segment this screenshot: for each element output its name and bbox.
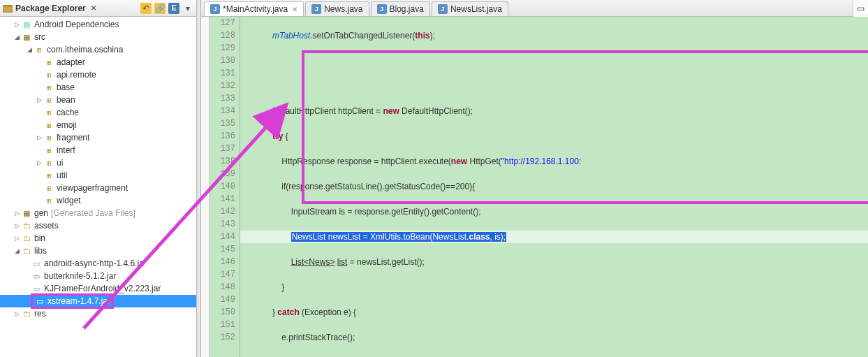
line-number: 129: [209, 42, 240, 54]
focus-icon[interactable]: E: [168, 3, 179, 14]
line-number: 146: [209, 256, 240, 268]
tab-news[interactable]: JNews.java: [305, 1, 369, 16]
link-with-editor-icon[interactable]: 🔗: [154, 3, 165, 14]
panel-toolbar: ↶ 🔗 E ▾: [140, 3, 193, 14]
line-number: 151: [209, 319, 240, 331]
editor-tabs: J*MainActivity.java✕ JNews.java JBlog.ja…: [201, 0, 868, 17]
tree-node-assets[interactable]: ▷🗀assets: [0, 219, 196, 232]
view-menu-icon[interactable]: ▾: [182, 3, 193, 14]
line-number: 131: [209, 67, 240, 80]
line-number: 134: [209, 105, 240, 117]
tree-node-res[interactable]: ▷🗀res: [0, 307, 196, 320]
line-number: 143: [209, 218, 240, 231]
tree-node-android-deps[interactable]: ▷▤Android Dependencies: [0, 18, 196, 31]
tree-node-pkg[interactable]: ⊞cache: [0, 106, 196, 119]
package-icon: [3, 3, 13, 13]
panel-header: Package Explorer ✕ ↶ 🔗 E ▾: [0, 0, 196, 17]
line-number: 132: [209, 80, 240, 92]
tree-node-jar-xstream[interactable]: ▭xstream-1.4.7.jar: [0, 295, 196, 307]
project-tree[interactable]: ▷▤Android Dependencies ◢▦src ◢⊞com.ithei…: [0, 17, 196, 357]
tree-node-pkg[interactable]: ⊞util: [0, 169, 196, 182]
tree-node-pkg[interactable]: ⊞viewpagerfragment: [0, 182, 196, 194]
line-number: 152: [209, 331, 240, 344]
line-number: 141: [209, 193, 240, 205]
line-number: 128: [209, 29, 240, 42]
line-gutter: 1271281291301311321331341351361371381391…: [209, 17, 240, 357]
tab-newslist[interactable]: JNewsList.java: [432, 1, 508, 16]
java-file-icon: J: [311, 4, 321, 14]
tree-node-pkg[interactable]: ▷⊞bean: [0, 94, 196, 106]
tree-node-pkg[interactable]: ⊞emoji: [0, 119, 196, 131]
tree-node-jar[interactable]: ▭android-async-http-1.4.6.ja: [0, 257, 196, 270]
line-number: 133: [209, 92, 240, 105]
tab-mainactivity[interactable]: J*MainActivity.java✕: [204, 1, 304, 16]
line-number: 140: [209, 180, 240, 193]
tree-node-pkg[interactable]: ▷⊞fragment: [0, 131, 196, 144]
maximize-icon[interactable]: ▭: [853, 0, 868, 17]
tree-node-root-package[interactable]: ◢⊞com.itheima.oschina: [0, 43, 196, 56]
java-file-icon: J: [210, 4, 220, 14]
tree-node-pkg[interactable]: ⊞adapter: [0, 56, 196, 68]
package-explorer-panel: Package Explorer ✕ ↶ 🔗 E ▾ ▷▤Android Dep…: [0, 0, 197, 357]
close-tab-icon[interactable]: ✕: [292, 6, 297, 13]
editor-panel: J*MainActivity.java✕ JNews.java JBlog.ja…: [201, 0, 868, 357]
tree-node-bin[interactable]: ▷🗀bin: [0, 232, 196, 245]
tree-node-src[interactable]: ◢▦src: [0, 31, 196, 43]
panel-title-text: Package Explorer: [15, 3, 86, 13]
panel-title: Package Explorer ✕: [3, 3, 140, 13]
line-number: 135: [209, 117, 240, 130]
tree-node-gen[interactable]: ▷▦gen[Generated Java Files]: [0, 207, 196, 219]
line-number: 150: [209, 306, 240, 319]
collapse-all-icon[interactable]: ↶: [140, 3, 152, 14]
java-file-icon: J: [438, 4, 448, 14]
panel-close-icon[interactable]: ✕: [91, 4, 96, 12]
line-number: 149: [209, 293, 240, 306]
tree-node-pkg[interactable]: ▷⊞ui: [0, 156, 196, 169]
tree-node-pkg[interactable]: ⊞api.remote: [0, 68, 196, 81]
line-number: 148: [209, 281, 240, 293]
tab-blog[interactable]: JBlog.java: [371, 1, 430, 16]
svg-rect-1: [3, 5, 12, 7]
tree-node-pkg[interactable]: ⊞widget: [0, 194, 196, 207]
tree-node-jar[interactable]: ▭butterknife-5.1.2.jar: [0, 270, 196, 282]
line-number: 139: [209, 168, 240, 180]
folding-strip[interactable]: [201, 17, 209, 357]
line-number: 130: [209, 54, 240, 67]
code-editor[interactable]: 1271281291301311321331341351361371381391…: [201, 17, 868, 357]
line-number: 137: [209, 143, 240, 155]
line-number: 136: [209, 130, 240, 143]
line-number: 147: [209, 268, 240, 281]
line-number: 144: [209, 231, 240, 243]
code-area[interactable]: mTabHost.setOnTabChangedListener(this); …: [240, 17, 868, 357]
tree-node-pkg[interactable]: ⊞interf: [0, 144, 196, 156]
line-number: 127: [209, 17, 240, 29]
line-number: 138: [209, 155, 240, 168]
line-number: 145: [209, 243, 240, 256]
tree-node-libs[interactable]: ◢🗀libs: [0, 245, 196, 257]
tree-node-pkg[interactable]: ⊞base: [0, 81, 196, 94]
java-file-icon: J: [377, 4, 387, 14]
line-number: 142: [209, 205, 240, 218]
